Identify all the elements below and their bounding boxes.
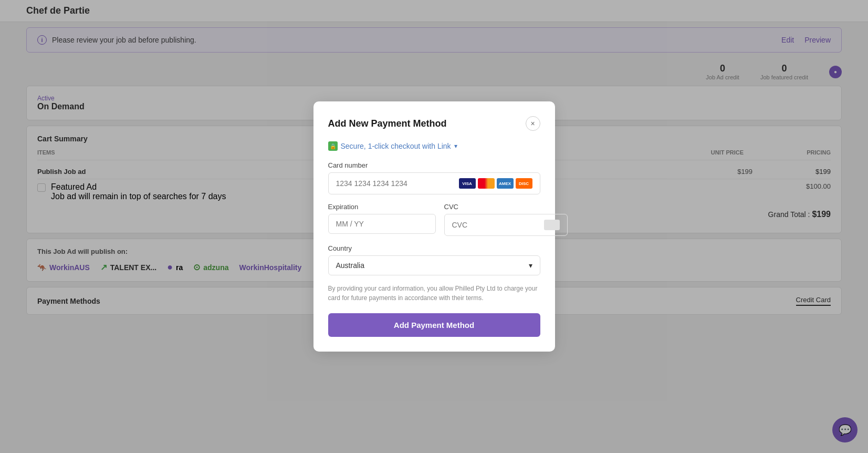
expiration-label: Expiration (328, 203, 436, 211)
secure-link-text: Secure, 1-click checkout with Link (341, 142, 451, 150)
cvc-label: CVC (444, 203, 568, 211)
chevron-down-icon: ▾ (454, 142, 457, 150)
country-group: Country Australia ▾ (328, 244, 540, 275)
add-payment-button[interactable]: Add Payment Method (328, 313, 540, 337)
mastercard-icon (478, 178, 495, 189)
expiration-wrapper (328, 214, 436, 234)
card-number-group: Card number VISA AMEX DISC (328, 161, 540, 194)
card-icons: VISA AMEX DISC (459, 178, 532, 189)
visa-icon: VISA (459, 178, 476, 189)
expiration-group: Expiration (328, 203, 436, 236)
cvc-card-icon (544, 220, 560, 230)
card-number-label: Card number (328, 161, 540, 169)
country-select[interactable]: Australia ▾ (328, 255, 540, 275)
exp-cvc-row: Expiration CVC (328, 203, 540, 244)
modal-close-button[interactable]: × (526, 116, 540, 131)
cvc-group: CVC (444, 203, 568, 236)
lock-icon: 🔒 (328, 141, 338, 151)
add-payment-modal: Add New Payment Method × 🔒 Secure, 1-cli… (313, 101, 555, 352)
disclaimer-text: By providing your card information, you … (328, 284, 540, 303)
cvc-wrapper (444, 214, 568, 236)
modal-overlay[interactable]: Add New Payment Method × 🔒 Secure, 1-cli… (0, 0, 868, 453)
country-chevron-icon: ▾ (529, 261, 532, 270)
modal-title: Add New Payment Method (328, 118, 447, 129)
country-label: Country (328, 244, 540, 252)
amex-icon: AMEX (497, 178, 514, 189)
discover-icon: DISC (516, 178, 532, 189)
secure-link[interactable]: 🔒 Secure, 1-click checkout with Link ▾ (328, 141, 540, 151)
cvc-input[interactable] (452, 221, 544, 229)
card-number-wrapper: VISA AMEX DISC (328, 172, 540, 194)
country-value: Australia (336, 261, 364, 270)
card-number-input[interactable] (336, 179, 459, 188)
expiration-input[interactable] (336, 220, 428, 228)
modal-header: Add New Payment Method × (328, 116, 540, 131)
